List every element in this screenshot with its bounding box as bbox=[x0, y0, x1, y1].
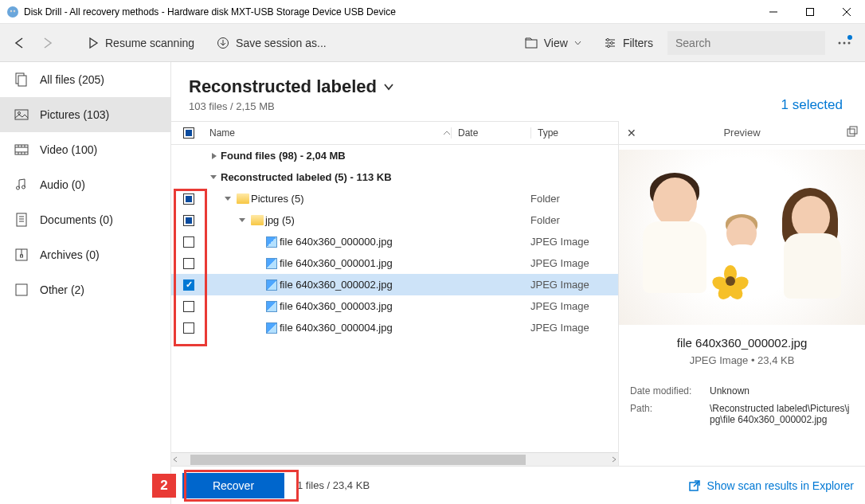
selected-count: 1 selected bbox=[781, 97, 843, 113]
meta-path-value: \Reconstructed labeled\Pictures\jpg\file… bbox=[710, 403, 854, 425]
show-in-explorer-link[interactable]: Show scan results in Explorer bbox=[688, 479, 854, 492]
svg-point-18 bbox=[843, 41, 846, 44]
row-label: file 640x360_000004.jpg bbox=[280, 322, 451, 334]
table-header: Name Date Type bbox=[171, 121, 618, 145]
svg-rect-35 bbox=[17, 213, 26, 226]
svg-point-19 bbox=[848, 41, 851, 44]
sidebar-item-archives[interactable]: Archives (0) bbox=[0, 237, 170, 272]
svg-rect-41 bbox=[21, 255, 23, 257]
back-button[interactable] bbox=[8, 32, 30, 54]
image-file-icon bbox=[266, 258, 277, 269]
titlebar: Disk Drill - All recovery methods - Hard… bbox=[0, 0, 865, 24]
checkbox[interactable] bbox=[183, 193, 194, 205]
content-area: Reconstructed labeled 103 files / 2,15 M… bbox=[171, 62, 865, 504]
resume-scanning-button[interactable]: Resume scanning bbox=[80, 33, 202, 53]
tree-row-jpg[interactable]: jpg (5) Folder bbox=[171, 209, 618, 231]
checkbox[interactable] bbox=[183, 279, 194, 291]
checkbox[interactable] bbox=[183, 322, 194, 334]
checkbox[interactable] bbox=[183, 258, 194, 269]
svg-point-3 bbox=[11, 10, 12, 11]
scroll-right-icon bbox=[610, 455, 618, 463]
notification-badge bbox=[847, 35, 852, 40]
file-row[interactable]: file 640x360_000001.jpg JPEG Image bbox=[171, 252, 618, 274]
row-label: file 640x360_000001.jpg bbox=[280, 257, 451, 269]
forward-button[interactable] bbox=[37, 32, 59, 54]
sidebar-item-video[interactable]: Video (100) bbox=[0, 132, 170, 167]
preview-filename: file 640x360_000002.jpg bbox=[630, 336, 854, 350]
tree-row-reconstructed[interactable]: Reconstructed labeled (5) - 113 KB bbox=[171, 166, 618, 188]
svg-point-0 bbox=[7, 6, 18, 18]
filters-button[interactable]: Filters bbox=[596, 33, 661, 53]
window-title: Disk Drill - All recovery methods - Hard… bbox=[24, 6, 755, 18]
sidebar-item-other[interactable]: Other (2) bbox=[0, 272, 170, 307]
more-menu-button[interactable] bbox=[832, 30, 857, 56]
chevron-down-icon bbox=[383, 83, 394, 91]
svg-rect-44 bbox=[850, 127, 857, 134]
folder-icon bbox=[525, 37, 538, 49]
sidebar-item-audio[interactable]: Audio (0) bbox=[0, 167, 170, 202]
folder-icon bbox=[251, 215, 264, 225]
svg-point-23 bbox=[18, 112, 21, 115]
preview-image bbox=[619, 150, 865, 325]
sidebar-item-label: Other (2) bbox=[40, 283, 84, 296]
svg-point-14 bbox=[606, 38, 609, 41]
image-file-icon bbox=[266, 301, 277, 312]
col-date-header[interactable]: Date bbox=[451, 127, 530, 139]
sidebar-item-documents[interactable]: Documents (0) bbox=[0, 202, 170, 237]
preview-filetype: JPEG Image • 23,4 KB bbox=[630, 354, 854, 366]
row-type: JPEG Image bbox=[530, 257, 618, 269]
checkbox[interactable] bbox=[183, 301, 194, 312]
select-all-checkbox[interactable] bbox=[183, 127, 194, 139]
recover-button[interactable]: Recover bbox=[182, 473, 284, 498]
meta-path-label: Path: bbox=[630, 403, 710, 425]
file-row[interactable]: file 640x360_000000.jpg JPEG Image bbox=[171, 231, 618, 252]
documents-icon bbox=[14, 213, 29, 227]
file-row[interactable]: file 640x360_000004.jpg JPEG Image bbox=[171, 317, 618, 338]
explorer-link-label: Show scan results in Explorer bbox=[707, 479, 854, 492]
close-preview-button[interactable]: ✕ bbox=[624, 127, 640, 139]
popout-button[interactable] bbox=[844, 126, 860, 139]
tree-row-found-files[interactable]: Found files (98) - 2,04 MB bbox=[171, 145, 618, 166]
app-icon bbox=[6, 6, 19, 18]
save-session-button[interactable]: Save session as... bbox=[209, 33, 335, 53]
tree-area: Found files (98) - 2,04 MB Reconstructed… bbox=[171, 145, 618, 452]
svg-rect-10 bbox=[526, 40, 537, 48]
content-title[interactable]: Reconstructed labeled bbox=[189, 76, 781, 97]
col-type-header[interactable]: Type bbox=[530, 127, 618, 139]
pictures-icon bbox=[14, 107, 29, 122]
row-label: Found files (98) - 2,04 MB bbox=[221, 150, 451, 162]
image-file-icon bbox=[266, 236, 277, 248]
external-link-icon bbox=[688, 479, 701, 492]
sidebar-item-label: Pictures (103) bbox=[40, 108, 109, 121]
image-file-icon bbox=[266, 322, 277, 334]
checkbox[interactable] bbox=[183, 236, 194, 248]
sidebar-item-pictures[interactable]: Pictures (103) bbox=[0, 97, 170, 132]
svg-rect-43 bbox=[847, 129, 855, 136]
horizontal-scrollbar[interactable] bbox=[171, 452, 618, 466]
archives-icon bbox=[14, 248, 29, 262]
tree-row-pictures[interactable]: Pictures (5) Folder bbox=[171, 188, 618, 209]
file-row-selected[interactable]: file 640x360_000002.jpg JPEG Image bbox=[171, 274, 618, 295]
svg-point-16 bbox=[607, 45, 609, 47]
maximize-button[interactable] bbox=[792, 0, 828, 24]
svg-rect-6 bbox=[807, 8, 814, 15]
close-button[interactable] bbox=[828, 0, 865, 24]
filters-label: Filters bbox=[623, 37, 653, 49]
view-dropdown[interactable]: View bbox=[517, 33, 589, 53]
checkbox[interactable] bbox=[183, 215, 194, 226]
row-type: JPEG Image bbox=[530, 300, 618, 312]
folder-icon bbox=[237, 193, 249, 204]
sidebar-item-label: Archives (0) bbox=[40, 248, 100, 261]
row-type: JPEG Image bbox=[530, 236, 618, 248]
row-label: jpg (5) bbox=[265, 214, 451, 226]
footer: Recover 1 files / 23,4 KB Show scan resu… bbox=[171, 466, 865, 504]
file-row[interactable]: file 640x360_000003.jpg JPEG Image bbox=[171, 295, 618, 317]
content-title-text: Reconstructed labeled bbox=[189, 76, 377, 97]
sidebar-item-all-files[interactable]: All files (205) bbox=[0, 62, 170, 97]
minimize-button[interactable] bbox=[755, 0, 792, 24]
search-input[interactable] bbox=[667, 31, 825, 55]
scrollbar-thumb[interactable] bbox=[190, 455, 526, 465]
preview-title: Preview bbox=[640, 127, 844, 139]
chevron-down-icon bbox=[574, 41, 581, 45]
sidebar-item-label: All files (205) bbox=[40, 73, 104, 86]
